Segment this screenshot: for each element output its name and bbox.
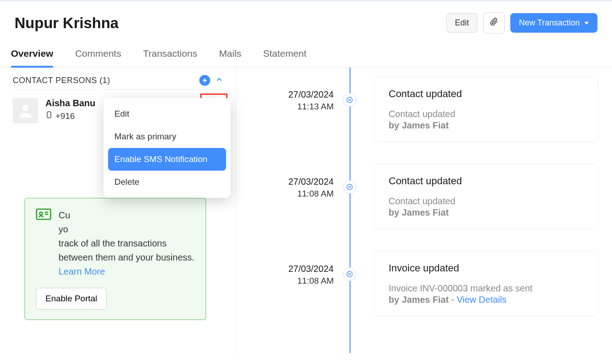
card-by: by James Fiat bbox=[389, 207, 584, 218]
new-transaction-label: New Transaction bbox=[519, 18, 580, 28]
page-title: Nupur Krishna bbox=[15, 15, 118, 32]
portal-card-icon bbox=[36, 208, 51, 279]
view-details-link[interactable]: View Details bbox=[457, 295, 507, 305]
timeline-dot-icon bbox=[343, 93, 356, 107]
card-subtitle: Contact updated bbox=[389, 109, 584, 119]
timeline-time: 11:08 AM bbox=[254, 276, 334, 286]
timeline: 27/03/2024 11:13 AM Contact updated Cont… bbox=[236, 68, 612, 353]
chevron-down-icon bbox=[584, 22, 589, 25]
portal-text-fragment-2: yo bbox=[59, 224, 68, 234]
svg-point-8 bbox=[347, 97, 352, 103]
contact-phone: +916 bbox=[55, 111, 75, 121]
timeline-date: 27/03/2024 bbox=[254, 177, 334, 187]
tab-mails[interactable]: Mails bbox=[219, 43, 241, 67]
attachment-button[interactable] bbox=[483, 12, 505, 34]
timeline-card: Invoice updated Invoice INV-000003 marke… bbox=[375, 251, 598, 316]
timeline-time: 11:08 AM bbox=[254, 189, 334, 199]
timeline-card: Contact updated Contact updated by James… bbox=[375, 164, 598, 229]
sidebar: CONTACT PERSONS (1) + Aisha Banu bbox=[0, 68, 236, 353]
tabs: Overview Comments Transactions Mails Sta… bbox=[0, 43, 612, 68]
menu-item-enable-sms[interactable]: Enable SMS Notification bbox=[108, 148, 226, 171]
contact-gear-menu: Edit Mark as primary Enable SMS Notifica… bbox=[104, 98, 231, 198]
card-subtitle: Invoice INV-000003 marked as sent bbox=[389, 283, 584, 294]
menu-item-edit[interactable]: Edit bbox=[108, 103, 226, 125]
svg-point-11 bbox=[347, 184, 352, 190]
timeline-time: 11:13 AM bbox=[254, 102, 334, 112]
card-title: Invoice updated bbox=[389, 262, 584, 274]
card-title: Contact updated bbox=[389, 88, 584, 100]
card-by: by James Fiat bbox=[389, 295, 449, 305]
card-subtitle: Contact updated bbox=[389, 196, 584, 207]
timeline-card: Contact updated Contact updated by James… bbox=[375, 77, 598, 142]
timeline-date: 27/03/2024 bbox=[254, 264, 334, 274]
card-by-line: by James Fiat - View Details bbox=[389, 295, 584, 305]
learn-more-link[interactable]: Learn More bbox=[59, 266, 105, 276]
tab-statement[interactable]: Statement bbox=[263, 43, 306, 67]
plus-icon: + bbox=[202, 76, 207, 84]
timeline-dot-icon bbox=[343, 267, 356, 281]
new-transaction-button[interactable]: New Transaction bbox=[510, 13, 597, 33]
menu-item-mark-primary[interactable]: Mark as primary bbox=[108, 125, 226, 148]
svg-point-5 bbox=[39, 212, 42, 215]
add-contact-button[interactable]: + bbox=[199, 75, 210, 86]
portal-text: Cu yo track of all the transactions betw… bbox=[59, 208, 195, 279]
collapse-section-button[interactable] bbox=[216, 76, 223, 85]
portal-card: Cu yo track of all the transactions betw… bbox=[25, 198, 206, 320]
timeline-dot-icon bbox=[343, 180, 356, 194]
tab-comments[interactable]: Comments bbox=[75, 43, 121, 67]
svg-point-14 bbox=[347, 271, 352, 277]
header-actions: Edit New Transaction bbox=[446, 12, 597, 34]
menu-item-delete[interactable]: Delete bbox=[108, 171, 226, 193]
svg-rect-4 bbox=[36, 209, 50, 220]
timeline-entry: 27/03/2024 11:13 AM Contact updated Cont… bbox=[254, 77, 598, 142]
timeline-entry: 27/03/2024 11:08 AM Invoice updated Invo… bbox=[254, 251, 598, 316]
mobile-icon bbox=[45, 110, 53, 122]
svg-point-0 bbox=[22, 105, 28, 111]
contact-persons-heading: CONTACT PERSONS (1) bbox=[13, 76, 110, 85]
contact-person-row: Aisha Banu +916 Edit Mark as primary Ena… bbox=[13, 98, 223, 123]
edit-button[interactable]: Edit bbox=[446, 13, 478, 33]
card-title: Contact updated bbox=[389, 175, 584, 187]
portal-text-body: track of all the transactions between th… bbox=[59, 238, 194, 262]
timeline-date: 27/03/2024 bbox=[254, 89, 334, 100]
tab-overview[interactable]: Overview bbox=[11, 43, 53, 67]
paperclip-icon bbox=[490, 17, 498, 29]
tab-transactions[interactable]: Transactions bbox=[143, 43, 197, 67]
avatar bbox=[13, 98, 38, 123]
enable-portal-button[interactable]: Enable Portal bbox=[36, 288, 107, 310]
card-by: by James Fiat bbox=[389, 120, 584, 131]
timeline-entry: 27/03/2024 11:08 AM Contact updated Cont… bbox=[254, 164, 598, 229]
svg-rect-1 bbox=[47, 112, 51, 118]
portal-text-fragment-1: Cu bbox=[59, 210, 70, 220]
